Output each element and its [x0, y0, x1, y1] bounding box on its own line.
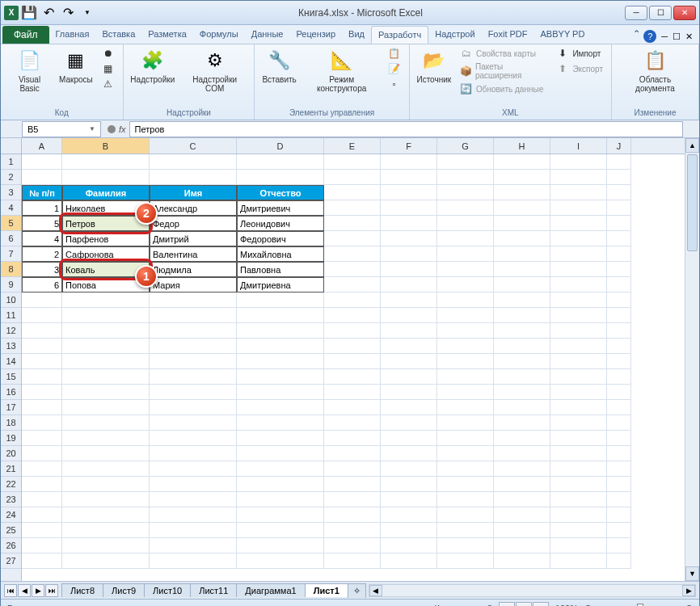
cell[interactable] [381, 200, 437, 216]
cell[interactable] [237, 507, 324, 523]
cell[interactable] [62, 415, 150, 431]
table-cell[interactable]: Дмитриевич [237, 200, 324, 216]
cell[interactable] [324, 431, 381, 446]
cell[interactable] [237, 292, 324, 308]
cell[interactable] [62, 154, 150, 170]
cell[interactable] [607, 246, 631, 262]
cell[interactable] [494, 507, 550, 523]
cell[interactable] [381, 477, 437, 492]
cell[interactable] [494, 339, 550, 354]
cell[interactable] [550, 170, 607, 185]
cell[interactable] [62, 492, 150, 507]
minimize-button[interactable]: ─ [625, 6, 647, 20]
cell[interactable] [237, 308, 324, 323]
page-layout-view-button[interactable] [516, 602, 532, 607]
ribbon-tab[interactable]: Данные [245, 26, 290, 44]
page-break-view-button[interactable] [533, 602, 549, 607]
cell[interactable] [381, 385, 437, 400]
scroll-left-button[interactable]: ◀ [369, 585, 382, 596]
cell[interactable] [150, 446, 237, 461]
cell[interactable] [607, 507, 631, 523]
row-header[interactable]: 10 [1, 292, 21, 308]
map-properties-button[interactable]: 🗂Свойства карты [457, 46, 550, 61]
cell[interactable] [324, 354, 381, 369]
export-button[interactable]: ⬆Экспорт [553, 61, 606, 76]
row-header[interactable]: 20 [1, 446, 21, 461]
table-header-cell[interactable]: Отчество [237, 185, 324, 200]
cell[interactable] [550, 231, 607, 246]
cell[interactable] [62, 323, 150, 339]
cell[interactable] [22, 308, 62, 323]
cell[interactable] [607, 262, 631, 277]
sheet-tab[interactable]: Лист9 [103, 583, 145, 597]
cell[interactable] [607, 461, 631, 477]
cell[interactable] [62, 308, 150, 323]
select-all-corner[interactable] [1, 138, 22, 154]
cell[interactable] [150, 538, 237, 553]
cell[interactable] [381, 538, 437, 553]
cell[interactable] [437, 369, 494, 385]
cell[interactable] [494, 216, 550, 231]
cell[interactable] [494, 446, 550, 461]
cell[interactable] [381, 507, 437, 523]
table-cell[interactable]: 3 [22, 262, 62, 277]
cell[interactable] [22, 446, 62, 461]
cell[interactable] [607, 216, 631, 231]
cell[interactable] [550, 308, 607, 323]
cell[interactable] [550, 400, 607, 415]
ribbon-tab[interactable]: Главная [49, 26, 96, 44]
undo-button[interactable]: ↶ [40, 4, 57, 22]
cell[interactable] [22, 553, 62, 569]
cell[interactable] [437, 200, 494, 216]
cell[interactable] [550, 369, 607, 385]
cell[interactable] [550, 507, 607, 523]
row-header[interactable]: 4 [1, 200, 21, 216]
cell[interactable] [22, 415, 62, 431]
cell[interactable] [22, 431, 62, 446]
run-dialog-button[interactable]: ▫ [385, 77, 404, 91]
table-cell[interactable]: 4 [22, 231, 62, 246]
cell[interactable] [324, 369, 381, 385]
cell[interactable] [237, 538, 324, 553]
ribbon-tab[interactable]: Разметка [141, 26, 193, 44]
cell[interactable] [150, 154, 237, 170]
macros-button[interactable]: ▦Макросы [57, 46, 95, 86]
table-cell[interactable]: Федор [150, 216, 237, 231]
cell[interactable] [607, 277, 631, 292]
table-cell[interactable]: Дмитрий [150, 231, 237, 246]
row-header[interactable]: 22 [1, 477, 21, 492]
relative-ref-button[interactable]: ▦ [99, 61, 118, 76]
tab-prev-button[interactable]: ◀ [18, 584, 31, 597]
cell[interactable] [494, 415, 550, 431]
cell[interactable] [150, 369, 237, 385]
cell[interactable] [381, 292, 437, 308]
row-header[interactable]: 24 [1, 507, 21, 523]
cell[interactable] [237, 523, 324, 538]
column-header[interactable]: G [437, 138, 494, 154]
cell[interactable] [150, 323, 237, 339]
cell[interactable] [550, 415, 607, 431]
cell[interactable] [237, 492, 324, 507]
cell[interactable] [62, 400, 150, 415]
table-cell[interactable]: Александр [150, 200, 237, 216]
cell[interactable] [550, 354, 607, 369]
cell[interactable] [381, 400, 437, 415]
status-macro-icon[interactable]: ▫ [41, 604, 44, 607]
ribbon-tab[interactable]: Разработч [371, 26, 428, 44]
xml-source-button[interactable]: 📂Источник [415, 46, 453, 86]
cell[interactable] [494, 323, 550, 339]
cell[interactable] [437, 277, 494, 292]
cell[interactable] [494, 154, 550, 170]
table-header-cell[interactable]: Имя [150, 185, 237, 200]
cell[interactable] [62, 523, 150, 538]
maximize-button[interactable]: ☐ [649, 6, 672, 20]
cell[interactable] [550, 461, 607, 477]
cell[interactable] [150, 292, 237, 308]
cell[interactable] [381, 461, 437, 477]
column-header[interactable]: C [150, 138, 237, 154]
cell[interactable] [607, 477, 631, 492]
cell[interactable] [437, 354, 494, 369]
cell[interactable] [324, 538, 381, 553]
cell[interactable] [550, 323, 607, 339]
design-mode-button[interactable]: 📐Режим конструктора [302, 46, 382, 95]
